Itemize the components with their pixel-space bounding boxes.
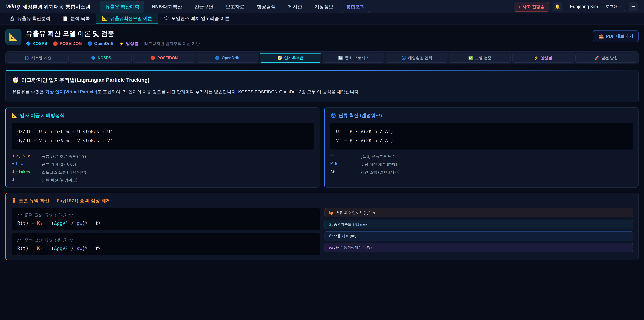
- topnav-item[interactable]: 게시판: [283, 1, 307, 13]
- page-title: 유출유 확산 모델 이론 및 검증: [26, 29, 589, 38]
- topbar: Wing 해양환경 위기대응 통합시스템 유출유 확산예측HNS·대기확산긴급구…: [0, 0, 644, 14]
- fay-formula: R(t) = K₁ · (ΔρgV² / ρw)¼ · t½: [17, 220, 314, 226]
- section-nav-pill[interactable]: ⚡ 앙상블: [512, 53, 574, 63]
- legend-description: 수평 확산 계수 (m²/s): [360, 162, 633, 167]
- topnav-item[interactable]: 보고자료: [221, 1, 250, 13]
- pdf-export-button[interactable]: 📥 PDF 내보내기: [593, 30, 639, 42]
- section-pill-label: 모델 검증: [475, 55, 492, 61]
- bell-icon: 🔔: [554, 4, 560, 10]
- topbar-right: ● 사고 진행중 🔔 Eunjeong Kim 로그아웃 ☰: [514, 2, 638, 12]
- formula-token: · (: [43, 246, 54, 251]
- section-nav-pill[interactable]: 🔷 KOSPS: [70, 53, 132, 63]
- main-content: 📐 유출유 확산 모델 이론 및 검증 라그랑지안 입자추적 이론 기반 🔷 K…: [0, 25, 644, 260]
- section-pill-icon: 🔵: [215, 56, 220, 60]
- fay-param-column: Δρ : 유류-해수 밀도차 (kg/m³) g : 중력가속도 9.81 m/…: [324, 208, 633, 255]
- fay-grid: /* 중력-관성 체제 (초기) */ R(t) = K₁ · (ΔρgV² /…: [12, 208, 633, 255]
- governing-code-block: dx/dt = U_c + α·U_w + U_stokes + U'dy/dt…: [12, 123, 314, 150]
- topnav-item[interactable]: 항공탐색: [252, 1, 281, 13]
- notification-bell-button[interactable]: 🔔: [553, 2, 562, 12]
- governing-legend: U_c, V_c 표층 해류·조류 속도 (m/s) α·U_w 풍류 기여 (…: [12, 154, 314, 183]
- topnav-item[interactable]: 통합조회: [341, 1, 370, 13]
- topnav-item-label: 항공탐색: [257, 4, 276, 9]
- legend-term: α·U_w: [12, 162, 40, 167]
- model-badge-icon: 🔷: [26, 41, 31, 46]
- formula-token: ¼: [85, 220, 87, 224]
- topnav-item-label: 유출유 확산예측: [105, 4, 139, 9]
- section-nav-pill[interactable]: 🔴 POSEIDON: [133, 53, 195, 63]
- code-line: dx/dt = U_c + α·U_w + U_stokes + U': [17, 127, 308, 136]
- oil-barrel-icon: 🛢: [12, 198, 16, 203]
- fay-comment: /* 중력-관성 체제 (초기) */: [17, 212, 314, 217]
- model-badge-icon: 🔴: [53, 41, 58, 46]
- formula-token: R(t) =: [17, 220, 37, 226]
- formula-token: ΔρgV²: [54, 220, 68, 226]
- topnav-item[interactable]: 긴급구난: [190, 1, 218, 13]
- section-nav-pill[interactable]: 🔵 OpenDrift: [196, 53, 258, 63]
- logo-mark: Wing: [6, 3, 20, 10]
- tab-icon: 📋: [62, 16, 68, 21]
- section-nav-pill[interactable]: 🚀 발전 방향: [576, 53, 637, 63]
- topnav-item[interactable]: 기상정보: [310, 1, 338, 13]
- fay-param-row: Δρ : 유류-해수 밀도차 (kg/m³): [324, 208, 633, 217]
- intro-description: 유출유를 수많은 가상 입자(Virtual Particle)로 표현하여, …: [12, 88, 632, 96]
- formula-token: /: [68, 220, 77, 226]
- section-nav-pill[interactable]: 🧭 입자추적법: [260, 53, 321, 63]
- section-pill-icon: 🔄: [338, 56, 343, 60]
- intro-desc-post: 로 표현하여, 각 입자의 이동 경로를 시간 단계마다 추적하는 방법입니다.…: [97, 89, 360, 94]
- section-pill-label: 입자추적법: [284, 55, 304, 61]
- hamburger-menu-button[interactable]: ☰: [628, 2, 638, 12]
- section-nav-pill[interactable]: 🔄 풍화 프로세스: [323, 53, 384, 63]
- status-dot-icon: ●: [518, 5, 520, 9]
- model-badge-label: KOSPS: [32, 41, 47, 46]
- sub-tab[interactable]: 🔬 유출유 확산분석: [3, 14, 56, 24]
- model-badge-row: 라그랑지안 입자추적 이론 기반 🔷 KOSPS 🔴 POSEIDON 🔵 Op…: [26, 41, 589, 46]
- fay-comment: /* 중력-점성 체제 (후기) */: [17, 237, 314, 243]
- topnav-item[interactable]: HNS·대기확산: [147, 1, 187, 13]
- tab-icon: 📐: [102, 16, 108, 21]
- sub-tab[interactable]: 📐 유출유확산모델 이론: [96, 14, 158, 24]
- param-symbol: Δρ: [329, 211, 333, 215]
- fay-code-block: /* 중력-관성 체제 (초기) */ R(t) = K₁ · (ΔρgV² /…: [12, 208, 320, 230]
- topnav: 유출유 확산예측HNS·대기확산긴급구난보고자료항공탐색게시판기상정보통합조회: [100, 1, 509, 13]
- sub-tab[interactable]: 📋 분석 목록: [56, 14, 96, 24]
- section-nav-pill[interactable]: 🌐 시스템 개요: [7, 53, 68, 63]
- section-pill-label: 시스템 개요: [31, 55, 52, 61]
- fay-formula-column: /* 중력-관성 체제 (초기) */ R(t) = K₁ · (ΔρgV² /…: [12, 208, 320, 255]
- section-pill-icon: 🔷: [91, 56, 96, 60]
- formula-token: /: [68, 246, 77, 251]
- section-pill-icon: ⚡: [534, 56, 539, 60]
- formula-token: ρw: [77, 220, 82, 226]
- section-nav-pill[interactable]: ✅ 모델 검증: [449, 53, 510, 63]
- logout-button[interactable]: 로그아웃: [602, 2, 625, 11]
- section-pill-icon: 🔴: [150, 56, 155, 60]
- formula-token: ¼: [98, 246, 100, 249]
- formula-cards-row: 📐 입자 이동 지배방정식 dx/dt = U_c + α·U_w + U_st…: [5, 107, 639, 188]
- intro-title-text: 라그랑지안 입자추적법(Lagrangian Particle Tracking…: [22, 77, 150, 84]
- topnav-item[interactable]: 유출유 확산예측: [100, 1, 144, 13]
- code-line: dy/dt = V_c + α·V_w + V_stokes + V': [17, 136, 308, 145]
- intro-desc-pre: 유출유를 수많은: [12, 89, 45, 94]
- formula-token: ): [82, 220, 85, 226]
- page-title-icon: 📐: [5, 29, 22, 45]
- header-note: 라그랑지안 입자추적 이론 기반: [144, 41, 200, 46]
- user-name: Eunjeong Kim: [570, 4, 598, 9]
- tab-label: 유출유 확산분석: [17, 16, 50, 22]
- formula-token: ΔρgV²: [54, 246, 68, 251]
- tab-icon: 🛡: [164, 16, 169, 21]
- fay-param-row: νw : 해수 동점성계수 (m²/s): [324, 243, 633, 252]
- intro-desc-highlight: 가상 입자(Virtual Particle): [45, 89, 97, 94]
- model-badge-icon: ⚡: [119, 41, 124, 46]
- section-pill-icon: 🌀: [401, 56, 406, 60]
- fay-card-title-text: 표면 유막 확산 — Fay(1971) 중력-점성 체제: [18, 197, 111, 204]
- turbulence-legend: R [-1, 1] 균등분포 난수 K_h 수평 확산 계수 (m²/s) Δt…: [330, 154, 633, 175]
- formula-token: K₁: [37, 220, 43, 226]
- sub-tab[interactable]: 🛡 오일펜스 배치 알고리즘 이론: [158, 14, 236, 24]
- legend-description: 시간 스텝 (일반 1시간): [360, 170, 633, 175]
- section-pill-label: 발전 방향: [601, 55, 618, 61]
- param-description: : 유류-해수 밀도차 (kg/m³): [333, 211, 375, 215]
- section-nav-pill[interactable]: 🌀 해양환경 입력: [386, 53, 448, 63]
- fay-code-block: /* 중력-점성 체제 (후기) */ R(t) = K₂ · (ΔρgV² /…: [12, 233, 320, 255]
- app-title: 해양환경 위기대응 통합시스템: [22, 3, 90, 10]
- fay-spreading-card: 🛢 표면 유막 확산 — Fay(1971) 중력-점성 체제 /* 중력-관성…: [5, 193, 639, 260]
- tab-icon: 🔬: [9, 16, 15, 21]
